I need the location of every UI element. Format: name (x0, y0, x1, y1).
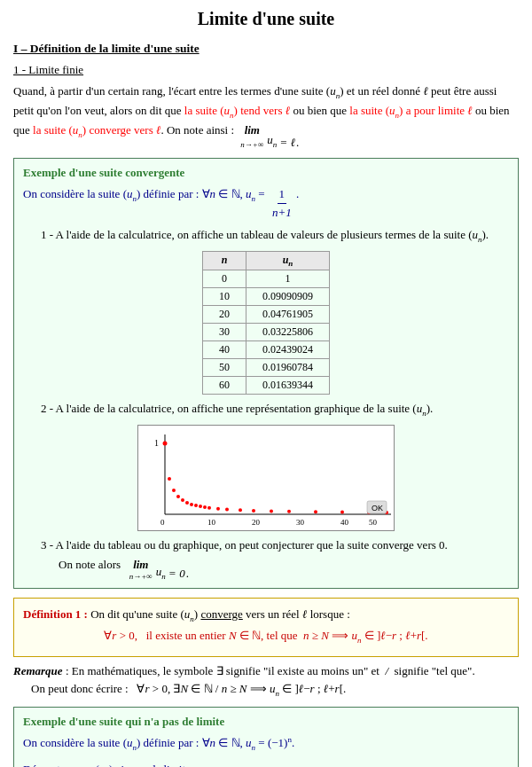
table-row: 300.03225806 (203, 324, 330, 341)
table-cell: 1 (246, 270, 330, 288)
example-1-title: Exemple d'une suite convergente (23, 166, 509, 180)
table-cell: 50 (203, 359, 246, 377)
table-cell: 0.03225806 (246, 324, 330, 341)
table-row: 500.01960784 (203, 359, 330, 377)
step-3-note: On note alors lim n→+∞ un = 0 . (59, 558, 509, 581)
table-cell: 40 (203, 341, 246, 359)
example-2-task: Démontrer que (un) n'a pas de limite. (23, 761, 509, 767)
table-row: 600.01639344 (203, 377, 330, 395)
definition-1-formula: ∀r > 0, il existe un entier N ∈ ℕ, tel q… (23, 629, 509, 645)
table-cell: 0.04761905 (246, 306, 330, 324)
table-cell: 0 (203, 270, 246, 288)
values-table: n un 01100.09090909200.04761905300.03225… (202, 251, 330, 395)
table-cell: 20 (203, 306, 246, 324)
step-3: 3 - A l'aide du tableau ou du graphique,… (41, 538, 509, 552)
svg-text:40: 40 (340, 518, 349, 527)
table-cell: 0.09090909 (246, 288, 330, 306)
subsection-1-title: 1 - Limite finie (13, 63, 519, 77)
example-2-box: Exemple d'une suite qui n'a pas de limit… (13, 707, 519, 767)
svg-point-15 (185, 501, 189, 505)
col-un: un (246, 251, 330, 270)
table-cell: 0.01960784 (246, 359, 330, 377)
col-n: n (203, 251, 246, 270)
section-1: I – Définition de la limite d'une suite … (13, 42, 519, 767)
graph-container: 1 10 20 30 40 50 0 (23, 425, 509, 531)
table-cell: 60 (203, 377, 246, 395)
table-row: 100.09090909 (203, 288, 330, 306)
svg-point-23 (239, 508, 242, 512)
svg-text:30: 30 (296, 518, 305, 527)
svg-text:0: 0 (160, 518, 165, 527)
section-1-title: I – Définition de la limite d'une suite (13, 42, 519, 56)
svg-point-18 (199, 505, 202, 508)
table-row: 400.02439024 (203, 341, 330, 359)
svg-point-21 (216, 507, 220, 511)
step-1: 1 - A l'aide de la calculatrice, on affi… (41, 228, 509, 244)
table-cell: 0.01639344 (246, 377, 330, 395)
svg-text:10: 10 (207, 518, 216, 527)
graph-area: 1 10 20 30 40 50 0 (137, 425, 395, 531)
svg-point-24 (252, 509, 255, 513)
svg-point-17 (194, 504, 198, 507)
table-cell: 10 (203, 288, 246, 306)
table-row: 200.04761905 (203, 306, 330, 324)
step-2: 2 - A l'aide de la calculatrice, on affi… (41, 402, 509, 418)
values-table-container: n un 01100.09090909200.04761905300.03225… (23, 251, 509, 395)
svg-point-12 (172, 489, 176, 492)
svg-point-14 (181, 498, 184, 502)
svg-text:20: 20 (252, 518, 261, 527)
svg-point-22 (225, 507, 229, 511)
example-1-intro: On considère la suite (un) définie par :… (23, 185, 509, 221)
remark-formula: On peut donc écrire : ∀r > 0, ∃N ∈ ℕ / n… (31, 682, 519, 698)
definition-1-box: Définition 1 : On dit qu'une suite (un) … (13, 598, 519, 658)
definition-1-text: Définition 1 : On dit qu'une suite (un) … (23, 606, 509, 625)
table-row: 01 (203, 270, 330, 288)
svg-point-26 (287, 509, 291, 513)
table-cell: 30 (203, 324, 246, 341)
limite-finie-paragraph: Quand, à partir d'un certain rang, l'éca… (13, 82, 519, 151)
example-2-intro: On considère la suite (un) définie par :… (23, 734, 509, 754)
example-2-title: Exemple d'une suite qui n'a pas de limit… (23, 715, 509, 729)
svg-text:50: 50 (369, 518, 378, 527)
svg-point-11 (168, 477, 171, 481)
definition-1-label: Définition 1 : (23, 607, 88, 621)
svg-point-16 (190, 503, 193, 506)
svg-point-28 (340, 510, 344, 513)
svg-point-19 (203, 505, 207, 509)
svg-point-13 (176, 495, 180, 498)
svg-point-10 (163, 441, 168, 445)
svg-point-20 (207, 505, 211, 509)
svg-text:1: 1 (154, 438, 159, 448)
remark: Remarque : En mathématiques, le symbole … (13, 664, 519, 678)
svg-point-27 (314, 510, 317, 513)
graph-svg: 1 10 20 30 40 50 0 (138, 426, 395, 531)
svg-text:OK: OK (372, 504, 383, 513)
page-title: Limite d'une suite (13, 9, 519, 29)
table-cell: 0.02439024 (246, 341, 330, 359)
example-1-box: Exemple d'une suite convergente On consi… (13, 158, 519, 589)
svg-point-25 (270, 509, 273, 513)
